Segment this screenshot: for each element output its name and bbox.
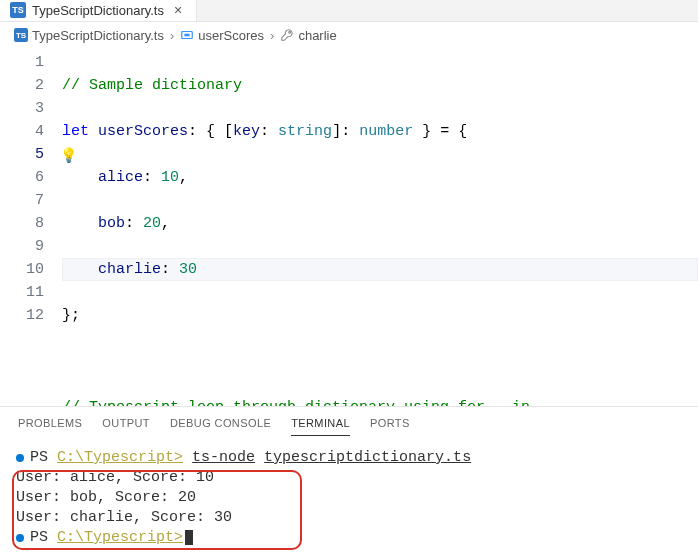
typescript-file-icon: TS (10, 2, 26, 18)
code-keyword: let (62, 123, 89, 140)
breadcrumb-file-label: TypeScriptDictionary.ts (32, 28, 164, 43)
terminal-cursor (185, 530, 193, 545)
terminal-path: C:\Typescript> (57, 449, 183, 466)
code-property: charlie (98, 261, 161, 278)
line-number: 1 (26, 51, 44, 74)
breadcrumb-file[interactable]: TS TypeScriptDictionary.ts (14, 28, 164, 43)
code-comment: // Typescript loop through dictionary us… (62, 399, 530, 406)
tab-ports[interactable]: PORTS (370, 417, 410, 436)
line-number: 6 (26, 166, 44, 189)
line-number: 2 (26, 74, 44, 97)
typescript-file-icon: TS (14, 28, 28, 42)
chevron-right-icon: › (270, 28, 274, 43)
breadcrumb-symbol-label: userScores (198, 28, 264, 43)
breadcrumb-symbol-label: charlie (298, 28, 336, 43)
tab-output[interactable]: OUTPUT (102, 417, 150, 436)
panel-tab-bar: PROBLEMS OUTPUT DEBUG CONSOLE TERMINAL P… (0, 407, 698, 440)
terminal-output-line: User: alice, Score: 10 (16, 468, 682, 488)
editor-tab[interactable]: TS TypeScriptDictionary.ts × (0, 0, 197, 21)
code-variable: userScores (98, 123, 188, 140)
code-number: 20 (143, 215, 161, 232)
terminal-path: C:\Typescript> (57, 529, 183, 546)
terminal-output-line: User: bob, Score: 20 (16, 488, 682, 508)
code-type: string (278, 123, 332, 140)
terminal-command: ts-node (192, 449, 255, 466)
code-content[interactable]: // Sample dictionary let userScores: { [… (62, 51, 698, 406)
code-comment: // Sample dictionary (62, 77, 242, 94)
prompt-dot-icon (16, 454, 24, 462)
code-number: 30 (179, 261, 197, 278)
line-number: 10 (26, 258, 44, 281)
svg-rect-1 (185, 34, 190, 37)
line-number: 5 (26, 143, 44, 166)
close-tab-button[interactable]: × (170, 2, 186, 18)
prompt-dot-icon (16, 534, 24, 542)
property-symbol-icon (280, 28, 294, 42)
line-number-gutter: 1 2 3 4 5 6 7 8 9 10 11 12 💡 (0, 51, 62, 406)
code-editor[interactable]: 1 2 3 4 5 6 7 8 9 10 11 12 💡 // Sample d… (0, 49, 698, 406)
terminal-arg: typescriptdictionary.ts (264, 449, 471, 466)
line-number: 7 (26, 189, 44, 212)
line-number: 4 (26, 120, 44, 143)
line-number: 12 (26, 304, 44, 327)
terminal-output-line: User: charlie, Score: 30 (16, 508, 682, 528)
tab-problems[interactable]: PROBLEMS (18, 417, 82, 436)
line-number: 11 (26, 281, 44, 304)
bottom-panel: PROBLEMS OUTPUT DEBUG CONSOLE TERMINAL P… (0, 406, 698, 556)
tab-filename: TypeScriptDictionary.ts (32, 3, 164, 18)
code-type: number (359, 123, 413, 140)
terminal-prompt-prefix: PS (30, 449, 57, 466)
code-index: key (233, 123, 260, 140)
variable-symbol-icon (180, 28, 194, 42)
line-number: 3 (26, 97, 44, 120)
terminal-line: PS C:\Typescript> (16, 528, 682, 548)
code-number: 10 (161, 169, 179, 186)
line-number: 8 (26, 212, 44, 235)
code-property: alice (98, 169, 143, 186)
breadcrumb: TS TypeScriptDictionary.ts › userScores … (0, 22, 698, 49)
terminal-prompt-prefix: PS (30, 529, 57, 546)
terminal-line: PS C:\Typescript> ts-node typescriptdict… (16, 448, 682, 468)
tab-terminal[interactable]: TERMINAL (291, 417, 350, 436)
line-number: 9 (26, 235, 44, 258)
breadcrumb-symbol-property[interactable]: charlie (280, 28, 336, 43)
code-property: bob (98, 215, 125, 232)
breadcrumb-symbol-variable[interactable]: userScores (180, 28, 264, 43)
terminal-content[interactable]: PS C:\Typescript> ts-node typescriptdict… (0, 440, 698, 556)
tab-debug-console[interactable]: DEBUG CONSOLE (170, 417, 271, 436)
chevron-right-icon: › (170, 28, 174, 43)
tab-bar: TS TypeScriptDictionary.ts × (0, 0, 698, 22)
